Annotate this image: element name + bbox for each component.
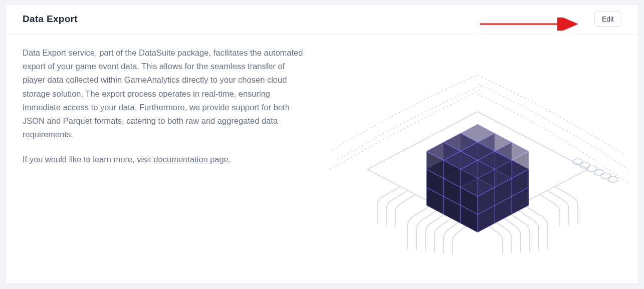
edit-button[interactable]: Edit xyxy=(594,12,621,27)
description-column: Data Export service, part of the DataSui… xyxy=(6,34,316,283)
svg-point-3 xyxy=(587,166,597,172)
documentation-link[interactable]: documentation page xyxy=(153,155,229,164)
svg-point-5 xyxy=(601,173,611,179)
description-paragraph-1: Data Export service, part of the DataSui… xyxy=(23,46,306,142)
description-paragraph-2: If you would like to learn more, visit d… xyxy=(23,153,306,166)
card-title: Data Export xyxy=(23,14,78,25)
description-paragraph-2-prefix: If you would like to learn more, visit xyxy=(23,155,153,164)
cube-circuit-illustration-icon xyxy=(327,34,628,274)
svg-point-4 xyxy=(594,169,604,175)
svg-point-6 xyxy=(608,176,618,182)
card-header: Data Export Edit xyxy=(6,5,638,34)
illustration-column xyxy=(316,34,638,283)
data-export-card: Data Export Edit Data Export service, pa… xyxy=(5,4,639,284)
pointer-arrow-icon xyxy=(480,18,585,31)
description-paragraph-2-suffix: . xyxy=(229,155,231,164)
card-body: Data Export service, part of the DataSui… xyxy=(6,34,638,284)
